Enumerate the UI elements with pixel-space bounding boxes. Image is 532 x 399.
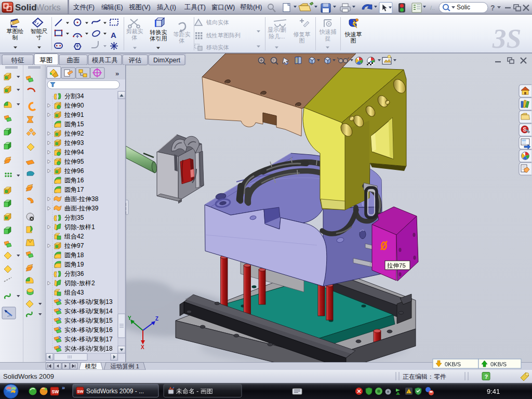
svg-text:实体-移动/复制17: 实体-移动/复制17 [64, 336, 113, 343]
svg-text:显示/删: 显示/删 [268, 26, 286, 33]
svg-text:等距实: 等距实 [174, 31, 191, 37]
svg-text:草图绘: 草图绘 [7, 28, 24, 34]
svg-text:剪裁实: 剪裁实 [126, 28, 143, 34]
svg-text:智能尺: 智能尺 [31, 28, 48, 34]
svg-text:拉伸75: 拉伸75 [387, 262, 406, 269]
svg-text:实体-移动/复制13: 实体-移动/复制13 [64, 298, 113, 305]
svg-text:圆角15: 圆角15 [64, 121, 84, 128]
svg-text:未命名 - 画图: 未命名 - 画图 [176, 388, 213, 395]
svg-text:ЗS: ЗS [492, 24, 521, 54]
svg-text:制: 制 [12, 34, 18, 41]
svg-text:评估: 评估 [129, 57, 142, 64]
svg-text:?: ? [272, 59, 274, 62]
svg-text:0KB/S: 0KB/S [490, 361, 507, 367]
svg-text:实体-移动/复制18: 实体-移动/复制18 [64, 345, 113, 352]
svg-text:拉伸93: 拉伸93 [64, 139, 84, 147]
svg-text:分割34: 分割34 [64, 92, 84, 100]
svg-text:X: X [141, 344, 144, 350]
svg-text:编辑(E): 编辑(E) [101, 4, 123, 11]
svg-text:Solic: Solic [457, 4, 470, 11]
svg-text:曲面-拉伸39: 曲面-拉伸39 [64, 205, 99, 212]
svg-text:移动实体: 移动实体 [206, 44, 229, 50]
svg-text:捉: 捉 [325, 35, 331, 42]
svg-text:拉伸96: 拉伸96 [64, 167, 84, 175]
svg-text:9:41: 9:41 [487, 388, 500, 395]
svg-text:草图: 草图 [40, 57, 53, 64]
svg-text:镜向实体: 镜向实体 [206, 19, 229, 25]
svg-text:拉伸92: 拉伸92 [64, 130, 84, 137]
svg-text:SolidWorks 2009: SolidWorks 2009 [3, 373, 54, 380]
svg-text:S: S [523, 127, 527, 132]
svg-text:转换实: 转换实 [150, 29, 167, 35]
svg-text:拉伸90: 拉伸90 [64, 102, 84, 109]
svg-text:Y: Y [128, 315, 131, 321]
svg-text:»: » [115, 70, 119, 77]
svg-text:SolidWorks 2009 - ...: SolidWorks 2009 - ... [86, 388, 144, 395]
svg-text:分割36: 分割36 [64, 270, 84, 277]
svg-text:切除-放样2: 切除-放样2 [64, 280, 95, 287]
svg-text:DimXpert: DimXpert [153, 57, 181, 64]
svg-text:体: 体 [179, 37, 185, 44]
svg-text:线性草图阵列: 线性草图阵列 [206, 32, 241, 38]
svg-text:模型: 模型 [85, 363, 97, 369]
svg-text:帮助(H): 帮助(H) [240, 4, 262, 11]
svg-text:SW: SW [77, 389, 84, 394]
svg-text:SW: SW [52, 389, 60, 394]
svg-text:文件(F): 文件(F) [73, 4, 95, 11]
svg-text:»: » [62, 384, 65, 391]
svg-text:特征: 特征 [11, 57, 25, 64]
svg-text:?: ? [490, 4, 495, 12]
svg-text:快速草: 快速草 [344, 31, 362, 37]
svg-text:除几...: 除几... [269, 33, 285, 39]
svg-text:Z: Z [155, 316, 158, 322]
svg-text:图: 图 [351, 37, 356, 44]
svg-text:?: ? [485, 374, 488, 380]
svg-text:体: 体 [131, 34, 138, 41]
svg-text:正在编辑：零件: 正在编辑：零件 [403, 373, 446, 380]
svg-text:实体-移动/复制16: 实体-移动/复制16 [64, 326, 113, 334]
svg-text:A: A [111, 31, 116, 39]
svg-text:拉伸97: 拉伸97 [64, 242, 84, 249]
svg-text:/..: /.. [430, 5, 435, 11]
svg-text:插入(I): 插入(I) [157, 4, 176, 11]
svg-text:快速捕: 快速捕 [319, 29, 337, 35]
svg-text:修复草: 修复草 [294, 31, 311, 37]
svg-text:圆角17: 圆角17 [64, 186, 84, 193]
svg-text:分割35: 分割35 [64, 214, 84, 221]
svg-text:圆角16: 圆角16 [64, 177, 84, 184]
svg-text:圆角18: 圆角18 [64, 251, 84, 259]
svg-text:拉伸94: 拉伸94 [64, 149, 84, 156]
svg-text:切除-放样1: 切除-放样1 [64, 223, 95, 231]
svg-text:体引用: 体引用 [150, 35, 167, 42]
svg-text:视图(V): 视图(V) [129, 4, 151, 11]
svg-text:组合43: 组合43 [64, 289, 84, 296]
svg-text:窗口(W): 窗口(W) [211, 4, 235, 11]
svg-text:组合42: 组合42 [64, 233, 84, 240]
svg-text:拉伸95: 拉伸95 [64, 158, 84, 165]
svg-text:工具(T): 工具(T) [184, 4, 206, 11]
svg-text:Solid: Solid [15, 3, 37, 12]
svg-text:曲面: 曲面 [67, 57, 80, 64]
svg-text:运动算例 1: 运动算例 1 [110, 363, 139, 369]
svg-text:寸: 寸 [36, 34, 42, 41]
svg-text:曲面-拉伸38: 曲面-拉伸38 [64, 195, 99, 203]
svg-text:实体-移动/复制15: 实体-移动/复制15 [64, 317, 113, 324]
svg-text:模具工具: 模具工具 [91, 57, 118, 64]
svg-text:圆角19: 圆角19 [64, 261, 84, 268]
svg-text:图: 图 [299, 37, 305, 44]
svg-text:拉伸91: 拉伸91 [64, 111, 84, 118]
svg-text:Works: Works [36, 3, 61, 12]
svg-text:实体-移动/复制14: 实体-移动/复制14 [64, 308, 113, 315]
svg-text:0KB/S: 0KB/S [445, 361, 461, 367]
